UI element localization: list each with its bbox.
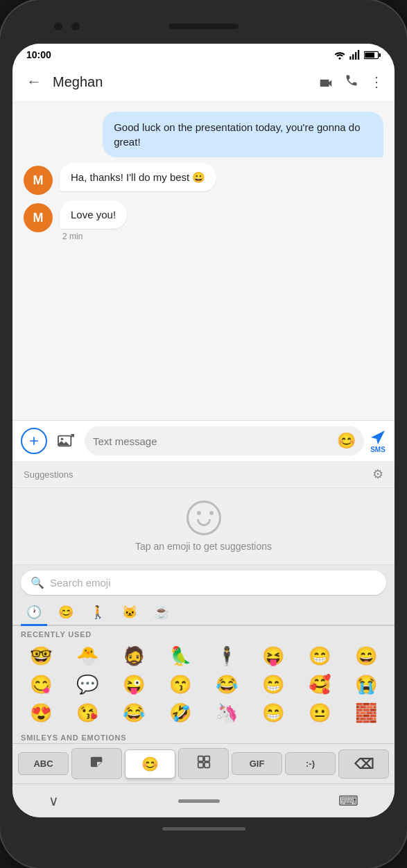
avatar-2: M [24, 203, 53, 232]
abc-keyboard-button[interactable]: ABC [18, 752, 69, 775]
emoji-suggestion-area: Tap an emoji to get suggestions [12, 488, 395, 565]
video-call-button[interactable] [318, 74, 334, 90]
incoming-bubble-content-2: Love you! 2 min [60, 200, 127, 241]
sticker-button[interactable] [71, 748, 122, 779]
sticker-icon [89, 754, 105, 773]
avatar: M [24, 166, 53, 195]
incoming-message-row-2: M Love you! 2 min [24, 200, 383, 241]
chat-area: Good luck on the presentation today, you… [12, 101, 395, 420]
message-input[interactable] [93, 435, 331, 447]
tab-people[interactable]: 🚶 [85, 600, 111, 626]
nav-bar: ∨ ⌨ [12, 783, 395, 817]
phone-speaker [169, 24, 239, 29]
emoji-picker-button[interactable]: 😊 [337, 432, 356, 450]
svg-rect-4 [358, 50, 359, 60]
tab-recent[interactable]: 🕐 [21, 600, 47, 626]
emoji-cell[interactable]: 🧱 [344, 700, 389, 727]
emoji-cell[interactable]: 🦄 [205, 700, 250, 727]
emoji-cell[interactable]: 🤣 [157, 700, 202, 727]
emoji-cell[interactable]: 😐 [297, 700, 343, 727]
emoji-cell[interactable]: 😂 [111, 700, 156, 727]
signal-icon [349, 50, 361, 60]
incoming-message-row-1: M Ha, thanks! I'll do my best 😀 [24, 163, 383, 195]
text-faces-button[interactable]: :-) [285, 752, 336, 775]
emoji-cell[interactable]: 😙 [157, 671, 202, 698]
emoji-cell[interactable]: 😭 [344, 671, 389, 698]
gif-button[interactable]: GIF [232, 752, 282, 775]
emoji-keyboard-button[interactable]: 😊 [125, 749, 175, 779]
battery-icon [364, 51, 381, 60]
svg-rect-3 [355, 52, 356, 60]
incoming-message-bubble-1: Ha, thanks! I'll do my best 😀 [60, 163, 216, 191]
emoji-cell[interactable]: 🐣 [64, 643, 110, 670]
incoming-message-bubble-2: Love you! [60, 200, 127, 229]
gif-label: GIF [250, 758, 265, 769]
abc-label: ABC [33, 758, 53, 769]
delete-button[interactable]: ⌫ [338, 749, 389, 779]
search-icon: 🔍 [31, 576, 44, 589]
phone-bottom [12, 817, 395, 840]
svg-point-9 [61, 437, 64, 440]
tab-animals[interactable]: 🐱 [116, 600, 143, 626]
status-icons [334, 50, 381, 60]
nav-keyboard-button[interactable]: ⌨ [330, 790, 367, 812]
emoji-cell[interactable]: 😝 [251, 643, 296, 670]
tab-smileys[interactable]: 😊 [53, 600, 79, 626]
svg-rect-2 [352, 54, 354, 60]
status-bar: 10:00 [12, 44, 395, 63]
phone-camera-right [71, 22, 80, 31]
phone-call-button[interactable] [345, 73, 358, 91]
delete-icon: ⌫ [354, 756, 374, 772]
emoji-cell[interactable]: 😋 [18, 671, 63, 698]
nav-back-button[interactable]: ∨ [40, 790, 67, 812]
sticker2-icon [196, 754, 211, 773]
emoji-cell[interactable]: 🕴 [205, 643, 250, 670]
emoji-cell[interactable]: 😄 [344, 643, 389, 670]
emoji-cell[interactable]: 😁 [297, 643, 343, 670]
svg-rect-1 [349, 56, 351, 60]
smiley-curve [197, 519, 211, 526]
phone-screen: 10:00 [12, 44, 395, 817]
suggestions-settings-button[interactable]: ⚙ [372, 467, 383, 482]
smileys-label: SMILEYS AND EMOTIONS [12, 729, 395, 743]
emoji-cell[interactable]: 🤓 [18, 643, 63, 670]
contact-name: Meghan [53, 74, 310, 90]
message-input-row: 😊 SMS [12, 420, 395, 461]
sticker2-button[interactable] [178, 748, 229, 779]
phone-bottom-bar [162, 827, 245, 831]
send-label: SMS [370, 446, 386, 453]
emoji-cell[interactable]: 😂 [205, 671, 250, 698]
send-button[interactable]: SMS [370, 429, 386, 453]
tab-food[interactable]: ☕ [148, 600, 175, 626]
emoji-cell[interactable]: 😜 [111, 671, 156, 698]
emoji-category-tabs: 🕐 😊 🚶 🐱 ☕ [12, 598, 395, 626]
emoji-cell[interactable]: 🦜 [157, 643, 202, 670]
emoji-cell[interactable]: 😁 [251, 671, 296, 698]
emoji-search-placeholder: Search emoji [50, 577, 111, 589]
media-button[interactable] [53, 428, 79, 454]
back-button[interactable]: ← [24, 70, 44, 94]
add-button[interactable] [21, 428, 47, 454]
emoji-keyboard: 🔍 Search emoji 🕐 😊 🚶 🐱 ☕ RECENTLY USED 🤓… [12, 565, 395, 743]
svg-rect-6 [379, 53, 381, 56]
emoji-cell[interactable]: 🥰 [297, 671, 343, 698]
emoji-search-box[interactable]: 🔍 Search emoji [21, 571, 386, 595]
emoji-cell[interactable]: 😍 [18, 700, 63, 727]
emoji-cell[interactable]: 😘 [64, 700, 110, 727]
recently-used-grid: 🤓 🐣 🧔 🦜 🕴 😝 😁 😄 😋 💬 😜 😙 😂 😁 🥰 😭 😍 😘 [12, 640, 395, 729]
more-options-button[interactable]: ⋮ [370, 73, 383, 90]
text-input-wrapper[interactable]: 😊 [85, 426, 364, 455]
svg-rect-11 [204, 756, 209, 761]
message-timestamp: 2 min [60, 232, 127, 241]
incoming-bubble-content-1: Ha, thanks! I'll do my best 😀 [60, 163, 216, 191]
keyboard-bottom-bar: ABC 😊 [12, 743, 395, 783]
nav-home-indicator[interactable] [178, 799, 220, 803]
phone-shell: 10:00 [0, 0, 407, 868]
wifi-icon [334, 50, 346, 60]
svg-rect-12 [198, 763, 202, 767]
smiley-outline-icon [187, 501, 221, 535]
emoji-cell[interactable]: 😁 [251, 700, 296, 727]
emoji-cell[interactable]: 🧔 [111, 643, 156, 670]
suggestions-bar: Suggestions ⚙ [12, 461, 395, 488]
emoji-cell[interactable]: 💬 [64, 671, 110, 698]
